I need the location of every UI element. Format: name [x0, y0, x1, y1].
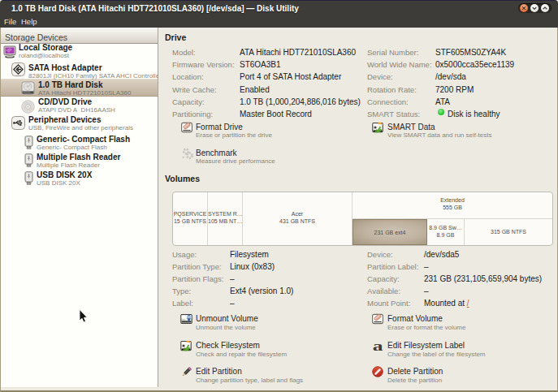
- svg-text:a: a: [373, 340, 383, 351]
